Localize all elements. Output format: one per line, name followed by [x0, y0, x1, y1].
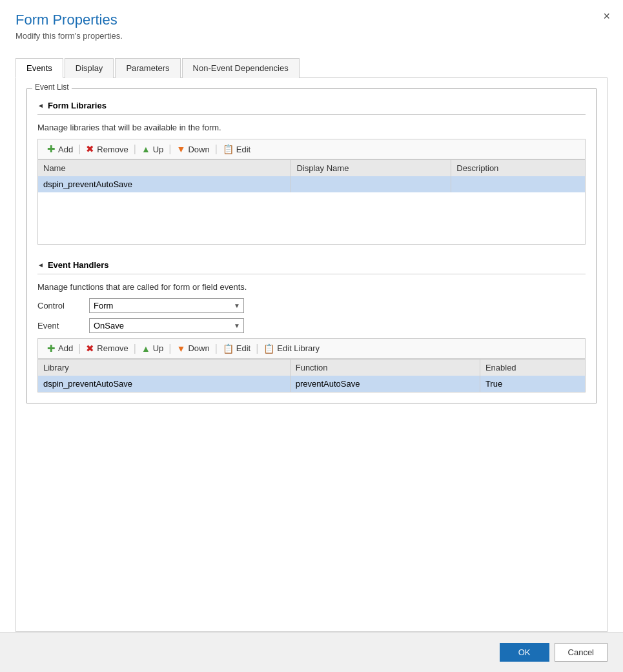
form-libraries-up-label: Up — [153, 145, 164, 154]
form-libraries-edit-label: Edit — [236, 145, 250, 154]
form-libraries-divider — [37, 114, 586, 115]
form-libraries-toolbar: ✚ Add | ✖ Remove | ▲ — [37, 139, 586, 159]
tab-content-area: Event List ◄ Form Libraries Manage libra… — [15, 78, 608, 632]
form-libraries-up-button[interactable]: ▲ Up — [138, 143, 167, 156]
event-handlers-divider — [37, 274, 586, 274]
edit-icon: 📋 — [223, 144, 234, 154]
event-handlers-edit-library-button[interactable]: 📋 Edit Library — [260, 342, 323, 355]
form-libraries-add-label: Add — [58, 145, 73, 154]
form-libraries-section: ◄ Form Libraries Manage libraries that w… — [37, 101, 586, 245]
down-icon-2: ▼ — [177, 343, 186, 354]
up-icon-2: ▲ — [141, 343, 150, 354]
eh-col-library: Library — [38, 359, 291, 376]
event-handlers-edit-button[interactable]: 📋 Edit — [219, 342, 254, 355]
event-list-label: Event List — [32, 83, 72, 92]
remove-icon: ✖ — [86, 143, 94, 155]
eh-separator-1: | — [78, 343, 81, 354]
ok-button[interactable]: OK — [500, 643, 549, 662]
form-libraries-table-header: Name Display Name Description — [38, 160, 586, 177]
control-label: Control — [37, 301, 89, 311]
form-libraries-remove-label: Remove — [97, 145, 128, 154]
control-select[interactable]: Form — [89, 298, 244, 313]
event-list-section: Event List ◄ Form Libraries Manage libra… — [26, 88, 597, 403]
row-name: dspin_preventAutoSave — [38, 176, 291, 192]
table-empty-row — [38, 192, 586, 244]
event-handlers-down-label: Down — [188, 343, 209, 353]
event-handlers-add-label: Add — [58, 343, 73, 353]
control-select-wrapper: Form — [89, 298, 244, 313]
event-handlers-table-header: Library Function Enabled — [38, 359, 586, 376]
tab-display[interactable]: Display — [65, 58, 114, 78]
down-icon: ▼ — [177, 144, 186, 154]
row-description — [451, 176, 586, 192]
eh-col-function: Function — [290, 359, 480, 376]
event-handlers-edit-label: Edit — [236, 343, 250, 353]
eh-separator-5: | — [256, 343, 258, 354]
form-libraries-down-label: Down — [188, 145, 209, 154]
dialog-footer: OK Cancel — [0, 632, 623, 672]
event-handlers-table: Library Function Enabled dspin_preventAu… — [37, 359, 586, 392]
event-select-wrapper: OnSave — [89, 318, 244, 333]
event-handlers-remove-label: Remove — [97, 343, 128, 353]
event-handlers-edit-library-label: Edit Library — [277, 343, 320, 353]
close-button[interactable]: × — [603, 10, 610, 22]
event-handlers-remove-button[interactable]: ✖ Remove — [82, 341, 132, 356]
event-list-inner: ◄ Form Libraries Manage libraries that w… — [37, 96, 586, 392]
dialog-subtitle: Modify this form's properties. — [15, 31, 608, 41]
tab-events[interactable]: Events — [15, 58, 63, 78]
event-handlers-collapse-icon[interactable]: ◄ — [37, 261, 44, 269]
remove-icon-2: ✖ — [86, 343, 94, 354]
dialog-header: Form Properties Modify this form's prope… — [0, 0, 623, 47]
form-libraries-title: Form Libraries — [48, 101, 107, 110]
event-handlers-title: Event Handlers — [48, 260, 109, 270]
tab-bar: Events Display Parameters Non-Event Depe… — [15, 57, 608, 78]
row-display-name — [291, 176, 451, 192]
add-icon: ✚ — [47, 143, 56, 155]
add-icon-2: ✚ — [47, 343, 56, 354]
tab-non-event-dependencies[interactable]: Non-Event Dependencies — [182, 58, 300, 78]
event-handlers-desc: Manage functions that are called for for… — [37, 282, 586, 292]
event-handlers-section: ◄ Event Handlers Manage functions that a… — [37, 260, 586, 392]
form-properties-dialog: Form Properties Modify this form's prope… — [0, 0, 623, 672]
eh-separator-3: | — [169, 343, 171, 354]
col-name: Name — [38, 160, 291, 177]
separator-1: | — [78, 143, 81, 155]
event-handlers-up-button[interactable]: ▲ Up — [138, 342, 167, 355]
form-libraries-desc: Manage libraries that will be available … — [37, 123, 586, 132]
eh-separator-4: | — [215, 343, 218, 354]
separator-3: | — [169, 143, 171, 155]
edit-icon-2: 📋 — [223, 343, 234, 354]
form-libraries-title-row: ◄ Form Libraries — [37, 101, 586, 110]
table-row[interactable]: dspin_preventAutoSave preventAutoSave Tr… — [38, 376, 586, 392]
event-label: Event — [37, 321, 89, 331]
form-libraries-add-button[interactable]: ✚ Add — [43, 142, 77, 156]
separator-2: | — [134, 143, 136, 155]
eh-row-function: preventAutoSave — [290, 376, 480, 392]
cancel-button[interactable]: Cancel — [555, 643, 608, 662]
form-libraries-collapse-icon[interactable]: ◄ — [37, 102, 44, 109]
eh-row-library: dspin_preventAutoSave — [38, 376, 291, 392]
scrollable-content[interactable]: Event List ◄ Form Libraries Manage libra… — [16, 78, 607, 631]
col-display-name: Display Name — [291, 160, 451, 177]
form-libraries-table: Name Display Name Description dspin_prev… — [37, 159, 586, 245]
table-row[interactable]: dspin_preventAutoSave — [38, 176, 586, 192]
event-handlers-toolbar: ✚ Add | ✖ Remove | ▲ — [37, 338, 586, 359]
dialog-body: Events Display Parameters Non-Event Depe… — [0, 47, 623, 632]
control-row: Control Form — [37, 298, 586, 313]
eh-col-enabled: Enabled — [480, 359, 585, 376]
event-handlers-down-button[interactable]: ▼ Down — [173, 342, 214, 355]
eh-separator-2: | — [134, 343, 136, 354]
form-libraries-remove-button[interactable]: ✖ Remove — [82, 142, 132, 156]
event-row: Event OnSave — [37, 318, 586, 333]
col-description: Description — [451, 160, 586, 177]
separator-4: | — [215, 143, 218, 155]
event-handlers-title-row: ◄ Event Handlers — [37, 260, 586, 270]
event-handlers-add-button[interactable]: ✚ Add — [43, 341, 77, 356]
form-libraries-edit-button[interactable]: 📋 Edit — [219, 143, 254, 156]
event-handlers-up-label: Up — [153, 343, 164, 353]
eh-row-enabled: True — [480, 376, 585, 392]
event-select[interactable]: OnSave — [89, 318, 244, 333]
tab-parameters[interactable]: Parameters — [115, 58, 180, 78]
form-libraries-down-button[interactable]: ▼ Down — [173, 143, 214, 156]
up-icon: ▲ — [141, 144, 150, 154]
